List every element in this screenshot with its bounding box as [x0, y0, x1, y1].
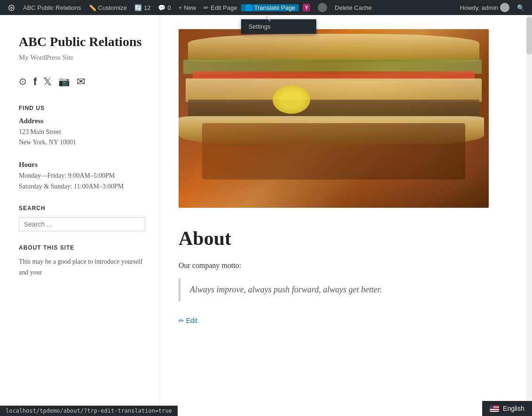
revisions-icon: 🔄	[134, 4, 142, 11]
edit-page-label: Edit Page	[211, 4, 237, 11]
wp-logo-icon: ⊛	[8, 2, 16, 13]
customize-button[interactable]: ✏️ Customize	[85, 0, 131, 15]
flag-icon	[490, 405, 499, 412]
admin-avatar	[500, 3, 509, 12]
sidebar: ABC Public Relations My WordPress Site ⊙…	[0, 15, 160, 416]
revisions-button[interactable]: 🔄 12	[131, 0, 154, 15]
main-content: About Our company motto: Always improve,…	[160, 15, 532, 416]
comments-button[interactable]: 💬 0	[154, 0, 174, 15]
find-us-section: FIND US Address 123 Main Street New York…	[19, 105, 145, 148]
plus-icon: +	[179, 4, 182, 11]
comments-count: 0	[167, 4, 171, 11]
page-heading: About	[179, 227, 504, 250]
instagram-icon[interactable]: 📷	[58, 76, 70, 88]
search-button[interactable]: 🔍	[513, 4, 528, 11]
search-icon: 🔍	[517, 4, 524, 11]
translate-page-container: 🌐 Translate Page Settings ↖	[241, 4, 299, 11]
page-wrapper: ABC Public Relations My WordPress Site ⊙…	[0, 15, 532, 416]
edit-pencil-icon: ✏	[179, 317, 184, 324]
egg-element	[273, 86, 310, 114]
edit-icon: ✏	[203, 4, 209, 11]
customize-label: Customize	[98, 4, 127, 11]
find-us-title: FIND US	[19, 105, 145, 111]
address-line1: 123 Main Street	[19, 127, 145, 137]
twitter-icon[interactable]: 𝕏	[43, 76, 52, 88]
settings-menu-item[interactable]: Settings	[241, 19, 316, 34]
new-label: New	[184, 4, 196, 11]
admin-bar-right: Howdy, admin 🔍	[456, 3, 528, 12]
about-site-text: This may be a good place to introduce yo…	[19, 257, 145, 278]
edit-link[interactable]: ✏ Edit	[179, 317, 197, 324]
bread-top	[188, 34, 479, 62]
search-input[interactable]	[19, 217, 145, 231]
search-section: SEARCH	[19, 205, 145, 231]
hero-image	[179, 29, 489, 208]
flag-canton	[490, 405, 493, 409]
yoast-icon: Y	[303, 4, 310, 11]
comments-icon: 💬	[158, 4, 165, 11]
social-icons: ⊙ f 𝕏 📷 ✉	[19, 76, 145, 88]
howdy-button[interactable]: Howdy, admin	[456, 3, 513, 12]
blockquote-text: Always improve, always push forward, alw…	[190, 283, 504, 297]
delete-cache-button[interactable]: Delete Cache	[331, 0, 376, 15]
scrollbar[interactable]	[526, 15, 532, 416]
site-title: ABC Public Relations	[19, 34, 145, 50]
scrollbar-thumb[interactable]	[526, 17, 532, 55]
hours-section: Hours Monday—Friday: 9:00AM–5:00PM Satur…	[19, 161, 145, 192]
translate-icon: 🌐	[245, 4, 252, 11]
language-switcher[interactable]: English	[482, 401, 532, 416]
about-site-title: ABOUT THIS SITE	[19, 244, 145, 251]
motto-label: Our company motto:	[179, 261, 504, 270]
user-avatar-icon	[318, 3, 327, 12]
howdy-label: Howdy, admin	[460, 4, 498, 11]
status-url: localhost/tpdemo/about/?trp-edit-transla…	[6, 408, 172, 414]
edit-link-label: Edit	[186, 317, 197, 324]
cutting-board	[202, 123, 465, 180]
new-button[interactable]: + New	[175, 0, 200, 15]
rss-icon[interactable]: ⊙	[19, 76, 27, 88]
site-name-label: ABC Public Relations	[23, 4, 81, 11]
translate-page-label: Translate Page	[254, 4, 296, 11]
hours-weekend: Saturday & Sunday: 11:00AM–3:00PM	[19, 181, 145, 192]
delete-cache-label: Delete Cache	[335, 4, 372, 11]
site-name-button[interactable]: ABC Public Relations	[19, 0, 85, 15]
wp-logo-button[interactable]: ⊛	[4, 0, 19, 15]
admin-bar: ⊛ ABC Public Relations ✏️ Customize 🔄 12…	[0, 0, 532, 15]
email-icon[interactable]: ✉	[77, 76, 85, 88]
hours-weekday: Monday—Friday: 9:00AM–5:00PM	[19, 171, 145, 181]
revisions-count: 12	[144, 4, 150, 11]
yoast-button[interactable]: Y	[299, 0, 314, 15]
search-title: SEARCH	[19, 205, 145, 212]
status-bar: localhost/tpdemo/about/?trp-edit-transla…	[0, 406, 178, 416]
meat-layer	[188, 100, 479, 118]
customize-icon: ✏️	[89, 4, 96, 11]
address-label: Address	[19, 117, 145, 125]
company-motto-blockquote: Always improve, always push forward, alw…	[179, 278, 504, 301]
facebook-icon[interactable]: f	[33, 76, 37, 88]
site-tagline: My WordPress Site	[19, 54, 145, 62]
translate-dropdown-menu: Settings	[241, 19, 316, 34]
translate-page-button[interactable]: 🌐 Translate Page	[241, 4, 299, 11]
cheese-layer	[186, 78, 482, 102]
user-status-button[interactable]	[314, 0, 331, 15]
language-label: English	[503, 405, 524, 412]
about-site-section: ABOUT THIS SITE This may be a good place…	[19, 244, 145, 278]
edit-page-button[interactable]: ✏ Edit Page	[200, 0, 241, 15]
hours-label: Hours	[19, 161, 145, 169]
address-line2: New York, NY 10001	[19, 137, 145, 148]
